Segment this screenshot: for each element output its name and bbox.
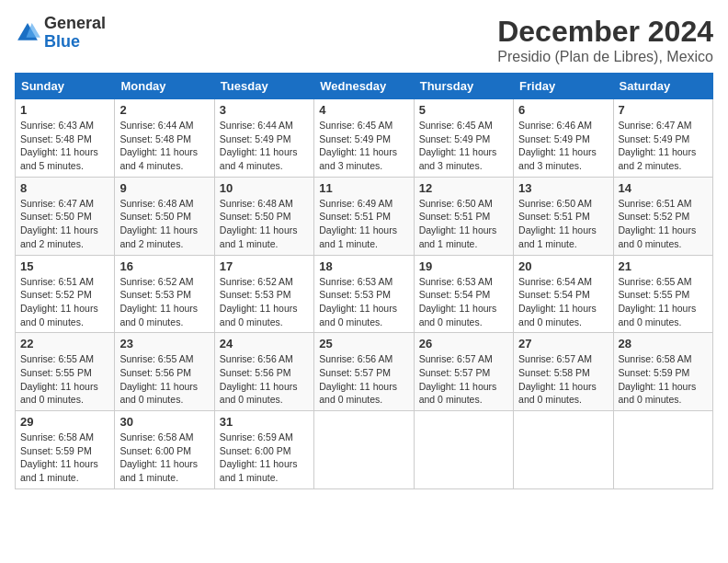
- day-info: Sunrise: 6:54 AMSunset: 5:54 PMDaylight:…: [518, 275, 608, 329]
- calendar-day-cell: 24Sunrise: 6:56 AMSunset: 5:56 PMDayligh…: [214, 333, 313, 411]
- day-number: 26: [419, 337, 508, 350]
- day-header-monday: Monday: [115, 74, 214, 99]
- day-info: Sunrise: 6:53 AMSunset: 5:54 PMDaylight:…: [419, 275, 508, 329]
- day-info: Sunrise: 6:50 AMSunset: 5:51 PMDaylight:…: [518, 197, 608, 251]
- day-info: Sunrise: 6:59 AMSunset: 6:00 PMDaylight:…: [220, 431, 309, 485]
- day-info: Sunrise: 6:44 AMSunset: 5:49 PMDaylight:…: [220, 119, 309, 173]
- day-number: 15: [20, 259, 109, 273]
- day-number: 12: [419, 181, 508, 195]
- calendar-day-cell: 2Sunrise: 6:44 AMSunset: 5:48 PMDaylight…: [115, 99, 214, 178]
- day-info: Sunrise: 6:49 AMSunset: 5:51 PMDaylight:…: [319, 197, 408, 251]
- day-info: Sunrise: 6:55 AMSunset: 5:56 PMDaylight:…: [119, 352, 209, 407]
- logo: General Blue: [15, 15, 106, 52]
- day-number: 24: [220, 337, 309, 350]
- day-info: Sunrise: 6:58 AMSunset: 5:59 PMDaylight:…: [619, 352, 708, 407]
- day-number: 9: [119, 181, 209, 195]
- day-number: 1: [20, 103, 109, 117]
- calendar-day-cell: 21Sunrise: 6:55 AMSunset: 5:55 PMDayligh…: [613, 255, 712, 333]
- day-number: 29: [20, 415, 109, 429]
- logo-text: General Blue: [44, 15, 106, 52]
- day-number: 30: [119, 415, 209, 429]
- calendar-day-cell: 26Sunrise: 6:57 AMSunset: 5:57 PMDayligh…: [414, 333, 513, 411]
- empty-day-cell: [314, 411, 414, 489]
- calendar-day-cell: 17Sunrise: 6:52 AMSunset: 5:53 PMDayligh…: [214, 255, 313, 333]
- calendar-week-row: 1Sunrise: 6:43 AMSunset: 5:48 PMDaylight…: [16, 99, 713, 178]
- day-number: 19: [419, 259, 508, 273]
- calendar-day-cell: 15Sunrise: 6:51 AMSunset: 5:52 PMDayligh…: [16, 255, 115, 333]
- day-number: 7: [619, 103, 708, 117]
- day-header-saturday: Saturday: [613, 74, 712, 99]
- calendar-day-cell: 8Sunrise: 6:47 AMSunset: 5:50 PMDaylight…: [16, 177, 115, 255]
- day-info: Sunrise: 6:44 AMSunset: 5:48 PMDaylight:…: [119, 119, 209, 173]
- logo-icon: [15, 20, 40, 46]
- calendar-day-cell: 25Sunrise: 6:56 AMSunset: 5:57 PMDayligh…: [314, 333, 414, 411]
- day-info: Sunrise: 6:52 AMSunset: 5:53 PMDaylight:…: [119, 275, 209, 329]
- empty-day-cell: [514, 411, 613, 489]
- empty-day-cell: [613, 411, 712, 489]
- day-number: 5: [419, 103, 508, 117]
- day-info: Sunrise: 6:47 AMSunset: 5:49 PMDaylight:…: [619, 119, 708, 173]
- calendar-day-cell: 30Sunrise: 6:58 AMSunset: 6:00 PMDayligh…: [115, 411, 214, 489]
- calendar-day-cell: 14Sunrise: 6:51 AMSunset: 5:52 PMDayligh…: [613, 177, 712, 255]
- calendar-day-cell: 13Sunrise: 6:50 AMSunset: 5:51 PMDayligh…: [514, 177, 613, 255]
- logo-general: General: [44, 14, 106, 32]
- day-header-wednesday: Wednesday: [314, 74, 414, 99]
- day-info: Sunrise: 6:56 AMSunset: 5:57 PMDaylight:…: [319, 352, 408, 407]
- page-subtitle: Presidio (Plan de Libres), Mexico: [497, 49, 713, 65]
- day-header-friday: Friday: [514, 74, 613, 99]
- day-number: 17: [220, 259, 309, 273]
- day-number: 21: [619, 259, 708, 273]
- day-number: 14: [619, 181, 708, 195]
- calendar-day-cell: 19Sunrise: 6:53 AMSunset: 5:54 PMDayligh…: [414, 255, 513, 333]
- day-info: Sunrise: 6:58 AMSunset: 6:00 PMDaylight:…: [119, 431, 209, 485]
- calendar-day-cell: 5Sunrise: 6:45 AMSunset: 5:49 PMDaylight…: [414, 99, 513, 178]
- day-info: Sunrise: 6:50 AMSunset: 5:51 PMDaylight:…: [419, 197, 508, 251]
- calendar-week-row: 29Sunrise: 6:58 AMSunset: 5:59 PMDayligh…: [16, 411, 713, 489]
- calendar-day-cell: 1Sunrise: 6:43 AMSunset: 5:48 PMDaylight…: [16, 99, 115, 178]
- calendar-day-cell: 23Sunrise: 6:55 AMSunset: 5:56 PMDayligh…: [115, 333, 214, 411]
- day-info: Sunrise: 6:52 AMSunset: 5:53 PMDaylight:…: [220, 275, 309, 329]
- day-info: Sunrise: 6:56 AMSunset: 5:56 PMDaylight:…: [220, 352, 309, 407]
- calendar-week-row: 15Sunrise: 6:51 AMSunset: 5:52 PMDayligh…: [16, 255, 713, 333]
- day-number: 16: [119, 259, 209, 273]
- calendar-day-cell: 22Sunrise: 6:55 AMSunset: 5:55 PMDayligh…: [16, 333, 115, 411]
- day-info: Sunrise: 6:55 AMSunset: 5:55 PMDaylight:…: [20, 352, 109, 407]
- calendar-week-row: 8Sunrise: 6:47 AMSunset: 5:50 PMDaylight…: [16, 177, 713, 255]
- day-number: 2: [119, 103, 209, 117]
- calendar-week-row: 22Sunrise: 6:55 AMSunset: 5:55 PMDayligh…: [16, 333, 713, 411]
- page-title: December 2024: [497, 15, 713, 49]
- day-info: Sunrise: 6:51 AMSunset: 5:52 PMDaylight:…: [20, 275, 109, 329]
- day-info: Sunrise: 6:43 AMSunset: 5:48 PMDaylight:…: [20, 119, 109, 173]
- day-number: 23: [119, 337, 209, 350]
- title-block: December 2024 Presidio (Plan de Libres),…: [497, 15, 713, 65]
- day-number: 6: [518, 103, 608, 117]
- day-info: Sunrise: 6:45 AMSunset: 5:49 PMDaylight:…: [419, 119, 508, 173]
- day-number: 11: [319, 181, 408, 195]
- day-number: 13: [518, 181, 608, 195]
- day-info: Sunrise: 6:51 AMSunset: 5:52 PMDaylight:…: [619, 197, 708, 251]
- calendar-day-cell: 31Sunrise: 6:59 AMSunset: 6:00 PMDayligh…: [214, 411, 313, 489]
- day-info: Sunrise: 6:47 AMSunset: 5:50 PMDaylight:…: [20, 197, 109, 251]
- day-header-sunday: Sunday: [16, 74, 115, 99]
- calendar-day-cell: 7Sunrise: 6:47 AMSunset: 5:49 PMDaylight…: [613, 99, 712, 178]
- calendar-table: SundayMondayTuesdayWednesdayThursdayFrid…: [15, 73, 713, 489]
- day-number: 8: [20, 181, 109, 195]
- day-info: Sunrise: 6:58 AMSunset: 5:59 PMDaylight:…: [20, 431, 109, 485]
- day-info: Sunrise: 6:57 AMSunset: 5:57 PMDaylight:…: [419, 352, 508, 407]
- calendar-day-cell: 11Sunrise: 6:49 AMSunset: 5:51 PMDayligh…: [314, 177, 414, 255]
- day-number: 4: [319, 103, 408, 117]
- calendar-day-cell: 12Sunrise: 6:50 AMSunset: 5:51 PMDayligh…: [414, 177, 513, 255]
- calendar-day-cell: 20Sunrise: 6:54 AMSunset: 5:54 PMDayligh…: [514, 255, 613, 333]
- day-number: 28: [619, 337, 708, 350]
- day-number: 18: [319, 259, 408, 273]
- day-info: Sunrise: 6:48 AMSunset: 5:50 PMDaylight:…: [220, 197, 309, 251]
- day-number: 22: [20, 337, 109, 350]
- day-info: Sunrise: 6:55 AMSunset: 5:55 PMDaylight:…: [619, 275, 708, 329]
- calendar-day-cell: 10Sunrise: 6:48 AMSunset: 5:50 PMDayligh…: [214, 177, 313, 255]
- calendar-day-cell: 27Sunrise: 6:57 AMSunset: 5:58 PMDayligh…: [514, 333, 613, 411]
- day-info: Sunrise: 6:57 AMSunset: 5:58 PMDaylight:…: [518, 352, 608, 407]
- calendar-day-cell: 4Sunrise: 6:45 AMSunset: 5:49 PMDaylight…: [314, 99, 414, 178]
- calendar-header-row: SundayMondayTuesdayWednesdayThursdayFrid…: [16, 74, 713, 99]
- day-header-tuesday: Tuesday: [214, 74, 313, 99]
- day-info: Sunrise: 6:48 AMSunset: 5:50 PMDaylight:…: [119, 197, 209, 251]
